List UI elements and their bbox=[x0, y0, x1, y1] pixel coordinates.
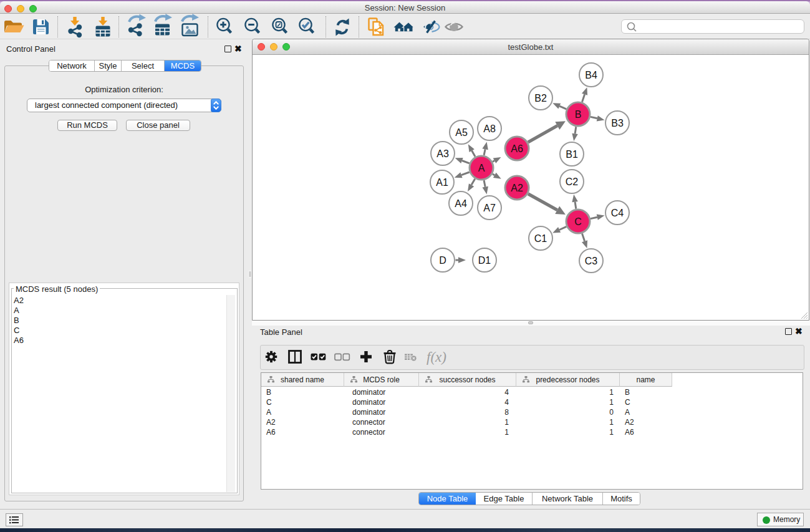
svg-text:C1: C1 bbox=[534, 233, 547, 244]
svg-text:A5: A5 bbox=[455, 127, 468, 138]
svg-text:A8: A8 bbox=[483, 123, 496, 134]
svg-text:B2: B2 bbox=[534, 93, 547, 104]
svg-text:A1: A1 bbox=[436, 177, 448, 188]
svg-text:D: D bbox=[439, 255, 446, 266]
svg-text:B: B bbox=[575, 109, 582, 120]
svg-text:C2: C2 bbox=[566, 177, 579, 187]
svg-text:A: A bbox=[478, 163, 485, 173]
svg-text:C: C bbox=[574, 216, 582, 227]
svg-text:A6: A6 bbox=[511, 143, 523, 154]
svg-text:f(x): f(x) bbox=[427, 349, 446, 365]
svg-text:B4: B4 bbox=[585, 70, 597, 80]
svg-text:A7: A7 bbox=[483, 203, 496, 213]
svg-text:A3: A3 bbox=[436, 148, 449, 159]
svg-text:B1: B1 bbox=[566, 149, 578, 160]
svg-text:D1: D1 bbox=[478, 255, 491, 266]
svg-text:C4: C4 bbox=[611, 208, 624, 218]
svg-text:B3: B3 bbox=[611, 118, 624, 128]
svg-text:A2: A2 bbox=[511, 183, 523, 193]
svg-text:A4: A4 bbox=[455, 198, 467, 209]
svg-text:C3: C3 bbox=[585, 256, 598, 266]
